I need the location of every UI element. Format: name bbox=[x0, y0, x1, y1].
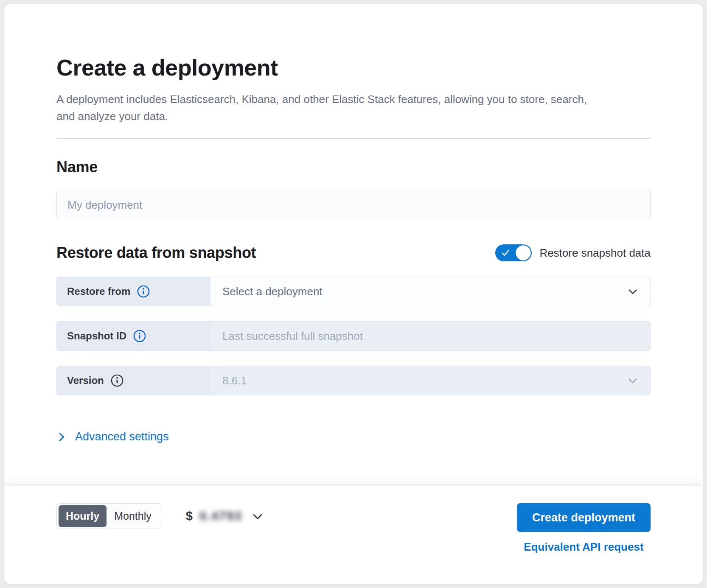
deployment-name-input[interactable] bbox=[56, 190, 651, 220]
create-deployment-button[interactable]: Create deployment bbox=[517, 503, 651, 532]
header-divider bbox=[56, 138, 651, 139]
page-subtitle: A deployment includes Elasticsearch, Kib… bbox=[56, 91, 604, 125]
equivalent-api-request-link[interactable]: Equivalent API request bbox=[524, 540, 643, 554]
restore-from-select[interactable]: Select a deployment bbox=[210, 277, 650, 306]
restore-from-value: Select a deployment bbox=[222, 285, 323, 298]
restore-from-label: Restore from bbox=[57, 277, 210, 306]
billing-interval-switch: Hourly Monthly bbox=[56, 503, 161, 529]
version-value: 8.6.1 bbox=[222, 374, 247, 387]
version-label-text: Version bbox=[67, 375, 104, 386]
version-label: Version bbox=[57, 366, 210, 395]
version-select: 8.6.1 bbox=[210, 366, 650, 395]
chevron-down-icon bbox=[252, 510, 264, 522]
snapshot-heading: Restore data from snapshot bbox=[56, 244, 256, 262]
price-value-blurred: 0.4793 bbox=[199, 509, 242, 523]
chevron-down-icon bbox=[627, 375, 638, 386]
advanced-settings-label: Advanced settings bbox=[75, 430, 169, 443]
restore-from-row: Restore from Select a deployment bbox=[56, 277, 651, 306]
version-row: Version 8.6.1 bbox=[56, 366, 651, 395]
advanced-settings-link[interactable]: Advanced settings bbox=[56, 430, 169, 443]
snapshot-id-row: Snapshot ID Last successful full snapsho… bbox=[56, 321, 651, 351]
page-title: Create a deployment bbox=[56, 54, 651, 81]
name-section: Name bbox=[56, 158, 651, 220]
snapshot-id-input-wrap: Last successful full snapshot bbox=[210, 322, 650, 350]
snapshot-id-placeholder: Last successful full snapshot bbox=[222, 330, 363, 343]
bottom-bar: Hourly Monthly $ 0.4793 Create deploymen… bbox=[4, 486, 703, 584]
info-icon[interactable] bbox=[137, 285, 150, 298]
restore-snapshot-toggle-group: Restore snapshot data bbox=[495, 244, 651, 261]
toggle-label: Restore snapshot data bbox=[539, 246, 651, 260]
check-icon bbox=[500, 248, 511, 258]
restore-from-label-text: Restore from bbox=[67, 286, 130, 297]
info-icon[interactable] bbox=[111, 374, 123, 387]
snapshot-id-label: Snapshot ID bbox=[57, 322, 210, 350]
price-currency: $ bbox=[186, 509, 193, 523]
toggle-knob bbox=[516, 245, 531, 260]
billing-monthly-button[interactable]: Monthly bbox=[107, 505, 159, 527]
name-heading: Name bbox=[56, 158, 651, 176]
snapshot-section-header: Restore data from snapshot Restore snaps… bbox=[56, 244, 651, 262]
price-summary[interactable]: $ 0.4793 bbox=[186, 509, 264, 523]
create-deployment-card: Create a deployment A deployment include… bbox=[4, 4, 703, 584]
chevron-down-icon bbox=[627, 286, 638, 297]
main-content: Create a deployment A deployment include… bbox=[4, 4, 703, 486]
billing-controls: Hourly Monthly $ 0.4793 bbox=[56, 503, 264, 529]
billing-hourly-button[interactable]: Hourly bbox=[59, 505, 107, 527]
info-icon[interactable] bbox=[133, 330, 146, 342]
cta-column: Create deployment Equivalent API request bbox=[517, 503, 651, 554]
chevron-right-icon bbox=[56, 432, 67, 442]
snapshot-id-label-text: Snapshot ID bbox=[67, 330, 126, 342]
restore-snapshot-toggle[interactable] bbox=[495, 244, 532, 261]
